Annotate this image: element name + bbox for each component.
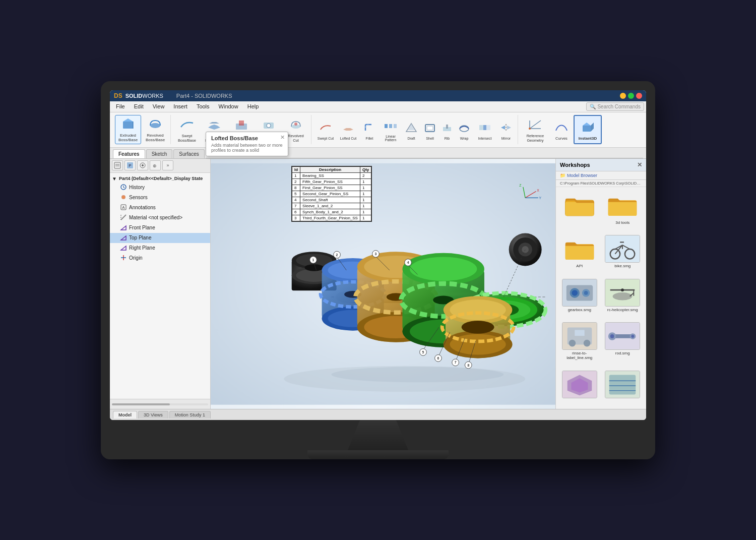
bom-cell-2: 1	[360, 215, 371, 221]
svg-marker-1	[123, 118, 133, 122]
minimize-button[interactable]	[620, 93, 626, 99]
svg-point-164	[613, 292, 633, 301]
monitor: DS SOLIDWORKS Part4 - SOLIDWORKS File Ed…	[101, 81, 655, 459]
rinse-thumbnail	[562, 322, 597, 350]
workshops-close-icon[interactable]: ✕	[637, 161, 642, 168]
tab-features[interactable]: Features	[113, 149, 145, 158]
maximize-button[interactable]	[628, 93, 634, 99]
rc-helicopter-thumbnail	[605, 279, 640, 307]
draft-button[interactable]: Draft	[402, 115, 420, 144]
rp-item-bike[interactable]: bike.smg	[602, 233, 644, 275]
menu-window[interactable]: Window	[215, 102, 242, 110]
rp-item-10[interactable]	[602, 369, 644, 406]
rp-item-9[interactable]	[559, 369, 600, 406]
tree-item-annotations[interactable]: A Annotations	[110, 203, 210, 213]
rp-label-bike: bike.smg	[614, 264, 631, 268]
svg-point-103	[450, 334, 506, 354]
model-browser-link[interactable]: 📁 Model Browser	[556, 171, 646, 180]
fillet-button[interactable]: Fillet	[360, 115, 379, 144]
bom-cell-2: 1	[360, 209, 371, 215]
intersect-button[interactable]: Intersect	[474, 115, 496, 144]
intersect-icon	[477, 119, 493, 136]
tab-sketch[interactable]: Sketch	[146, 149, 173, 158]
tree-item-origin-label: Origin	[129, 255, 143, 261]
rp-item-rc-helicopter[interactable]: rc-helicopter.smg	[602, 277, 644, 319]
reference-geometry-button[interactable]: ReferenceGeometry	[521, 115, 549, 144]
callout-7: 7	[452, 359, 459, 366]
revolved-boss-button[interactable]: RevolvedBoss/Base	[142, 115, 168, 144]
status-tab-motion[interactable]: Motion Study 1	[169, 411, 211, 418]
lofted-cut-icon	[340, 119, 356, 136]
svg-text:P: P	[129, 163, 131, 168]
lp-dimetree-button[interactable]: ⊕	[150, 160, 161, 170]
viewport[interactable]: Id Description Qty 1Bearing_SS22Fifth_Ge…	[211, 159, 555, 409]
lp-featuremanager-button[interactable]	[112, 160, 123, 170]
sensors-icon	[120, 194, 127, 202]
bom-cell-0: 3	[292, 215, 300, 221]
mirror-button[interactable]: Mirror	[496, 115, 516, 144]
app-logo: DS	[114, 92, 122, 99]
callout-4: 4	[405, 259, 412, 266]
shell-button[interactable]: Shell	[421, 115, 439, 144]
lp-propertytab-button[interactable]: P	[124, 160, 136, 170]
linear-pattern-button[interactable]: LinearPattern	[380, 115, 402, 144]
status-tab-3dviews[interactable]: 3D Views	[138, 411, 168, 418]
extruded-boss-label: ExtrudedBoss/Base	[118, 133, 138, 143]
rib-button[interactable]: Rib	[439, 115, 455, 144]
revolved-cut-label: RevolvedCut	[288, 134, 303, 143]
rp-label-rinse: rinse-to-label_line.smg	[562, 351, 597, 360]
tab-surfaces[interactable]: Surfaces	[173, 149, 204, 158]
search-commands-input[interactable]: 🔍 Search Commands	[586, 102, 644, 111]
left-panel: P ⊕ » ▼ Part4 (Default<<Default>_Display…	[110, 159, 211, 409]
scroll-thumb[interactable]	[112, 403, 170, 405]
left-panel-toolbar: P ⊕ »	[110, 159, 210, 173]
extruded-boss-button[interactable]: ExtrudedBoss/Base	[115, 115, 141, 144]
tree-item-sensors[interactable]: Sensors	[110, 193, 210, 203]
curves-button[interactable]: Curves	[550, 115, 573, 144]
status-tab-model[interactable]: Model	[113, 411, 137, 418]
rp-item-3dtools[interactable]: 3d tools	[602, 190, 644, 232]
swept-boss-button[interactable]: Swept Boss/Base	[174, 115, 200, 144]
lofted-cut-button[interactable]: Lofted Cut	[337, 115, 359, 144]
svg-marker-5	[209, 122, 219, 124]
tree-item-material[interactable]: Material <not specified>	[110, 213, 210, 223]
callout-1: 1	[310, 256, 317, 263]
lp-config-button[interactable]	[137, 160, 148, 170]
close-button[interactable]	[636, 93, 642, 99]
rp-item-folder1[interactable]	[559, 190, 600, 232]
curves-icon	[553, 119, 570, 135]
tree-item-top-plane[interactable]: Top Plane	[110, 233, 210, 243]
rp-item-gearbox[interactable]: gearbox.smg	[559, 277, 600, 319]
menu-tools[interactable]: Tools	[193, 102, 214, 110]
menu-view[interactable]: View	[149, 102, 169, 110]
title-bar-left: DS SOLIDWORKS Part4 - SOLIDWORKS	[114, 92, 232, 99]
tooltip-close-button[interactable]: ✕	[280, 134, 285, 141]
tree-item-front-plane[interactable]: Front Plane	[110, 223, 210, 233]
rp-item-rod[interactable]: rod.smg	[602, 321, 644, 367]
item10-thumbnail	[605, 371, 640, 398]
svg-text:2: 2	[336, 253, 338, 256]
svg-point-166	[621, 288, 624, 291]
menu-edit[interactable]: Edit	[130, 102, 148, 110]
rp-item-rinse[interactable]: rinse-to-label_line.smg	[559, 321, 600, 367]
svg-rect-144	[565, 202, 594, 216]
svg-text:A: A	[122, 205, 125, 210]
svg-point-171	[569, 340, 576, 347]
tree-item-origin[interactable]: Origin	[110, 253, 210, 263]
toolbar-group-basic: ExtrudedBoss/Base RevolvedBoss/Base	[113, 115, 171, 144]
lp-extra-button[interactable]: »	[162, 160, 173, 170]
menu-help[interactable]: Help	[243, 102, 263, 110]
wrap-button[interactable]: Wrap	[455, 115, 473, 144]
instant3d-button[interactable]: Instant3D	[574, 115, 602, 144]
menu-file[interactable]: File	[112, 102, 129, 110]
tree-item-history[interactable]: History	[110, 183, 210, 193]
rp-item-api[interactable]: API	[559, 233, 600, 275]
svg-point-9	[267, 124, 271, 128]
toolbar-group-features: Swept Cut Lofted Cut Fillet	[312, 115, 518, 144]
scroll-track[interactable]	[112, 403, 208, 405]
menu-insert[interactable]: Insert	[169, 102, 192, 110]
tree-item-right-plane[interactable]: Right Plane	[110, 243, 210, 253]
tree-root-part4[interactable]: ▼ Part4 (Default<<Default>_Display State	[110, 175, 210, 183]
swept-cut-button[interactable]: Swept Cut	[314, 115, 337, 144]
bom-cell-2: 1	[360, 185, 371, 191]
